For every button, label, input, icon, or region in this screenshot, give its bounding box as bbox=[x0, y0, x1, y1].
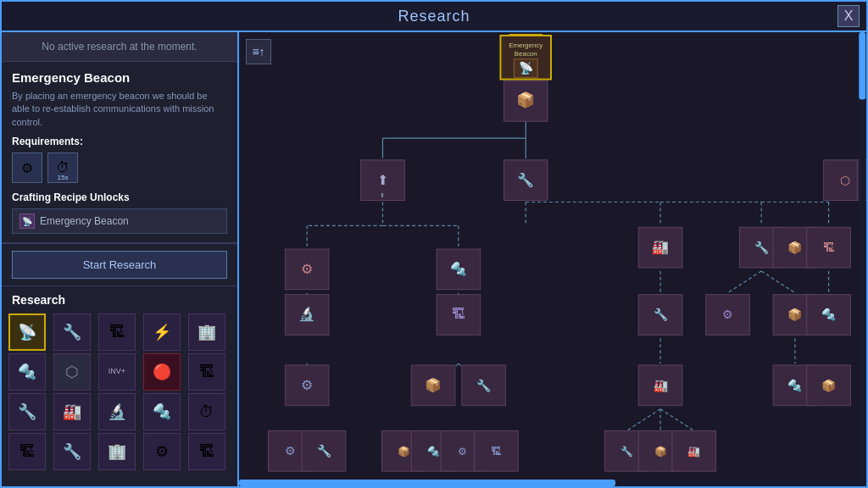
svg-text:🏗: 🏗 bbox=[491, 446, 501, 458]
grid-item-11[interactable]: 🏭 bbox=[53, 393, 91, 430]
svg-rect-111 bbox=[859, 32, 865, 99]
grid-item-6[interactable]: ⬡ bbox=[53, 353, 91, 391]
status-bar: No active research at the moment. bbox=[2, 32, 237, 62]
grid-item-14[interactable]: ⏱ bbox=[188, 393, 225, 430]
svg-text:⚙: ⚙ bbox=[301, 378, 313, 392]
svg-text:⬡: ⬡ bbox=[840, 174, 850, 187]
svg-text:🔧: 🔧 bbox=[476, 379, 492, 393]
svg-text:🏗: 🏗 bbox=[823, 241, 835, 254]
grid-item-18[interactable]: ⚙ bbox=[143, 433, 181, 470]
svg-text:Emergency: Emergency bbox=[509, 42, 542, 49]
start-btn-container: Start Research bbox=[2, 243, 237, 286]
svg-rect-110 bbox=[859, 32, 865, 486]
svg-text:🔧: 🔧 bbox=[620, 445, 633, 458]
crafting-label: Crafting Recipe Unlocks bbox=[12, 191, 227, 203]
svg-text:📦: 📦 bbox=[654, 445, 667, 458]
svg-text:Beacon: Beacon bbox=[515, 50, 537, 58]
svg-text:🔩: 🔩 bbox=[450, 261, 467, 277]
svg-text:📦: 📦 bbox=[821, 379, 837, 393]
grid-item-3[interactable]: ⚡ bbox=[143, 313, 181, 351]
svg-text:⬆: ⬆ bbox=[380, 192, 385, 198]
svg-text:🔬: 🔬 bbox=[298, 306, 315, 322]
grid-item-inv[interactable]: INV+ bbox=[98, 353, 136, 391]
svg-text:🏭: 🏭 bbox=[652, 239, 669, 255]
grid-item-12[interactable]: 🔬 bbox=[98, 393, 136, 430]
svg-line-38 bbox=[660, 409, 694, 431]
svg-text:🏭: 🏭 bbox=[687, 445, 700, 458]
grid-item-19[interactable]: 🏗 bbox=[188, 433, 225, 470]
grid-item-2[interactable]: 🏗 bbox=[98, 313, 136, 351]
requirements-icons: ⚙ ⏱ 15s bbox=[12, 152, 227, 183]
svg-line-23 bbox=[761, 271, 795, 293]
svg-text:🔧: 🔧 bbox=[754, 241, 770, 255]
tree-toolbar: ≡↑ bbox=[246, 39, 271, 64]
svg-rect-42 bbox=[509, 34, 542, 36]
svg-text:🏭: 🏭 bbox=[654, 379, 669, 393]
svg-line-36 bbox=[626, 409, 660, 431]
svg-text:📡: 📡 bbox=[519, 61, 534, 75]
item-title: Emergency Beacon bbox=[12, 70, 227, 85]
svg-text:🔧: 🔧 bbox=[317, 444, 332, 458]
tree-scrollbar-h[interactable] bbox=[239, 480, 866, 486]
svg-text:🔩: 🔩 bbox=[427, 445, 440, 458]
requirements-label: Requirements: bbox=[12, 136, 227, 147]
tree-scrollbar-thumb-h bbox=[239, 480, 615, 486]
item-desc: By placing an emergency beacon we should… bbox=[12, 90, 227, 129]
grid-item-5[interactable]: 🔩 bbox=[8, 353, 46, 391]
svg-text:📦: 📦 bbox=[787, 308, 803, 322]
svg-text:📦: 📦 bbox=[516, 91, 536, 109]
grid-item-13[interactable]: 🔩 bbox=[143, 393, 181, 430]
research-grid: 📡 🔧 🏗 ⚡ 🏢 🔩 ⬡ INV+ 🔴 🏗 🔧 🏭 🔬 🔩 ⏱ 🏗 🔧 🏢 ⚙ bbox=[2, 310, 237, 486]
svg-text:🔧: 🔧 bbox=[517, 172, 534, 188]
grid-item-17[interactable]: 🏢 bbox=[98, 433, 136, 470]
grid-item-8[interactable]: 🔴 bbox=[143, 353, 181, 391]
svg-text:📦: 📦 bbox=[425, 377, 442, 393]
item-info: Emergency Beacon By placing an emergency… bbox=[2, 62, 237, 243]
grid-item-0[interactable]: 📡 bbox=[8, 313, 46, 351]
svg-text:⚙: ⚙ bbox=[301, 262, 313, 276]
svg-text:🔧: 🔧 bbox=[654, 308, 669, 322]
grid-item-10[interactable]: 🔧 bbox=[8, 393, 46, 430]
tree-sort-button[interactable]: ≡↑ bbox=[246, 39, 271, 64]
close-button[interactable]: X bbox=[837, 5, 860, 27]
crafting-item: 📡 Emergency Beacon bbox=[12, 208, 227, 234]
svg-text:⚙: ⚙ bbox=[458, 446, 467, 458]
crafting-item-icon: 📡 bbox=[19, 214, 35, 229]
svg-line-22 bbox=[727, 271, 761, 293]
req-icon-material: ⚙ bbox=[12, 152, 42, 183]
svg-text:🔩: 🔩 bbox=[821, 308, 837, 322]
req-icon-time: ⏱ 15s bbox=[47, 152, 78, 183]
grid-item-1[interactable]: 🔧 bbox=[53, 313, 91, 351]
svg-text:⬆: ⬆ bbox=[377, 173, 388, 187]
grid-item-16[interactable]: 🔧 bbox=[53, 433, 91, 470]
research-section-label: Research bbox=[2, 286, 237, 310]
svg-text:📦: 📦 bbox=[398, 445, 410, 458]
grid-item-15[interactable]: 🏗 bbox=[8, 433, 46, 470]
right-panel: ≡↑ .tline { stroke: #5a8aaa; stroke-widt… bbox=[239, 32, 866, 486]
start-research-button[interactable]: Start Research bbox=[12, 251, 227, 279]
grid-item-4[interactable]: 🏢 bbox=[188, 313, 225, 351]
svg-text:⚙: ⚙ bbox=[722, 308, 733, 321]
svg-text:🔩: 🔩 bbox=[787, 379, 803, 393]
main-content: No active research at the moment. Emerge… bbox=[2, 32, 866, 486]
tree-svg: .tline { stroke: #5a8aaa; stroke-width: … bbox=[239, 32, 866, 486]
research-window: Research X No active research at the mom… bbox=[0, 0, 868, 488]
crafting-item-label: Emergency Beacon bbox=[40, 215, 129, 227]
window-title: Research bbox=[398, 8, 470, 25]
svg-text:⚙: ⚙ bbox=[285, 444, 296, 458]
left-panel: No active research at the moment. Emerge… bbox=[2, 32, 239, 486]
title-bar: Research X bbox=[2, 2, 866, 32]
grid-item-9[interactable]: 🏗 bbox=[188, 353, 225, 391]
svg-text:🏗: 🏗 bbox=[452, 307, 465, 321]
svg-text:📦: 📦 bbox=[787, 241, 803, 255]
